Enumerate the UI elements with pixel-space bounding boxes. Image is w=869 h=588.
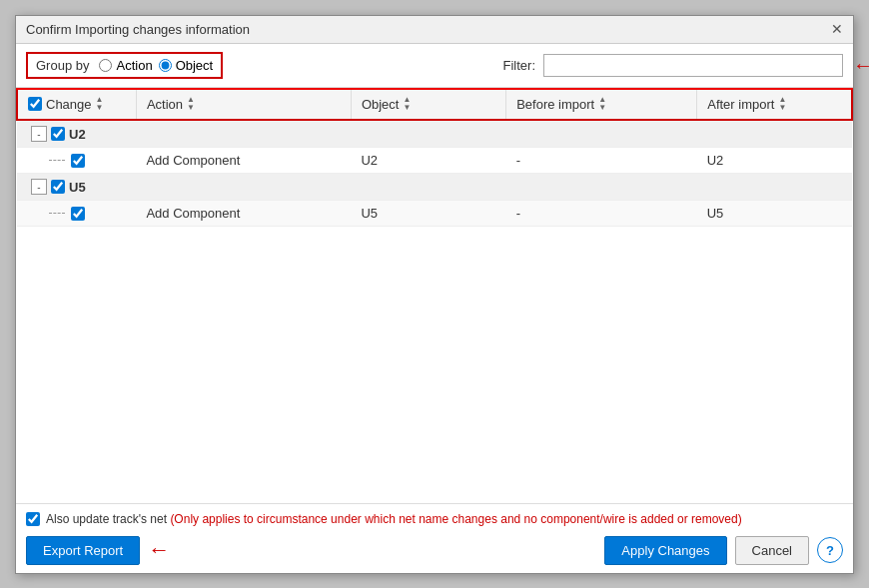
filter-arrow-indicator: ← [853, 54, 869, 77]
table-group-row: - U5 [17, 174, 852, 201]
radio-object-label: Object [176, 58, 214, 73]
col-header-change: Change ▲▼ [17, 89, 136, 121]
col-header-object: Object ▲▼ [351, 89, 505, 121]
table-header: Change ▲▼ Action ▲▼ Object ▲▼ [17, 89, 852, 121]
row-after: U2 [697, 148, 852, 174]
dialog: Confirm Importing changes information ✕ … [15, 15, 854, 574]
col-before-label: Before import [516, 97, 594, 112]
row-checkbox[interactable] [71, 154, 85, 168]
table-container: Change ▲▼ Action ▲▼ Object ▲▼ [16, 88, 853, 503]
radio-action-option[interactable]: Action [99, 58, 152, 73]
table-row: Add Component U5 - U5 [17, 201, 852, 227]
col-after-label: After import [707, 97, 774, 112]
right-buttons: Apply Changes Cancel ? [604, 536, 843, 565]
toolbar: Group by Action Object Filter: ← [16, 44, 853, 88]
row-action: Add Component [136, 201, 351, 227]
col-before-sort[interactable]: ▲▼ [598, 96, 606, 114]
footer-buttons: Export Report ← Apply Changes Cancel ? [26, 536, 843, 565]
title-bar: Confirm Importing changes information ✕ [16, 16, 853, 44]
tree-line-icon [49, 160, 65, 161]
group-checkbox[interactable] [51, 127, 65, 141]
table-body: - U2 Add Component U2 - U2 [17, 120, 852, 227]
col-object-label: Object [362, 97, 400, 112]
col-change-sort[interactable]: ▲▼ [96, 96, 104, 114]
row-object: U2 [351, 148, 505, 174]
dialog-title: Confirm Importing changes information [26, 22, 250, 37]
radio-action-label: Action [116, 58, 152, 73]
tree-collapse-icon[interactable]: - [31, 126, 47, 142]
col-object-sort[interactable]: ▲▼ [403, 96, 411, 114]
group-checkbox[interactable] [51, 180, 65, 194]
radio-object[interactable] [159, 59, 172, 72]
update-track-checkbox[interactable] [26, 512, 40, 526]
row-before: - [506, 148, 697, 174]
table-group-row: - U2 [17, 120, 852, 148]
col-action-label: Action [147, 97, 183, 112]
dialog-footer: Also update track's net (Only applies to… [16, 503, 853, 573]
radio-action[interactable] [99, 59, 112, 72]
col-header-before: Before import ▲▼ [506, 89, 697, 121]
filter-input-wrapper: ← [543, 54, 843, 77]
row-checkbox[interactable] [71, 207, 85, 221]
col-action-sort[interactable]: ▲▼ [187, 96, 195, 114]
col-header-after: After import ▲▼ [697, 89, 852, 121]
changes-table: Change ▲▼ Action ▲▼ Object ▲▼ [16, 88, 853, 228]
close-button[interactable]: ✕ [831, 22, 843, 36]
group-by-label: Group by [36, 58, 89, 73]
row-action: Add Component [136, 148, 351, 174]
help-button[interactable]: ? [817, 537, 843, 563]
col-header-action: Action ▲▼ [136, 89, 351, 121]
radio-object-option[interactable]: Object [159, 58, 214, 73]
filter-section: Filter: ← [503, 54, 844, 77]
row-before: - [506, 201, 697, 227]
export-arrow-indicator: ← [148, 537, 170, 563]
apply-changes-button[interactable]: Apply Changes [604, 536, 726, 565]
export-report-button[interactable]: Export Report [26, 536, 140, 565]
checkbox-note-detail: (Only applies to circumstance under whic… [170, 512, 741, 526]
tree-line-icon [49, 213, 65, 214]
filter-input[interactable] [543, 54, 843, 77]
cancel-button[interactable]: Cancel [735, 536, 809, 565]
checkbox-note-label: Also update track's net [46, 512, 167, 526]
col-change-label: Change [46, 97, 92, 112]
group-by-section: Group by Action Object [26, 52, 223, 79]
checkbox-note-text: Also update track's net (Only applies to… [46, 512, 742, 526]
filter-label: Filter: [503, 58, 536, 73]
row-object: U5 [351, 201, 505, 227]
row-after: U5 [697, 201, 852, 227]
table-row: Add Component U2 - U2 [17, 148, 852, 174]
tree-collapse-icon[interactable]: - [31, 179, 47, 195]
col-after-sort[interactable]: ▲▼ [778, 96, 786, 114]
group-label: U2 [69, 127, 86, 142]
select-all-checkbox[interactable] [28, 97, 42, 111]
left-buttons: Export Report ← [26, 536, 170, 565]
update-track-note: Also update track's net (Only applies to… [26, 512, 843, 526]
group-label: U5 [69, 180, 86, 195]
